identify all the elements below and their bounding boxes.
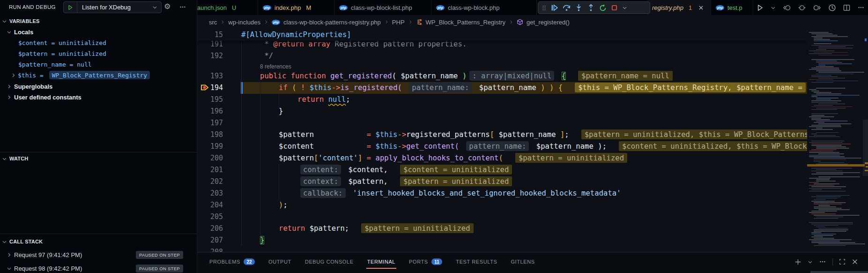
split-editor-icon[interactable] bbox=[843, 4, 850, 11]
more-actions-icon[interactable] bbox=[179, 4, 186, 10]
code-token bbox=[305, 224, 309, 233]
panel-tab-test-results[interactable]: TEST RESULTS bbox=[456, 252, 497, 271]
breakpoint-current-icon[interactable] bbox=[200, 83, 210, 92]
panel-scrollbar[interactable] bbox=[810, 271, 868, 273]
sticky-scroll-line[interactable]: 15#[AllowDynamicProperties] bbox=[197, 29, 807, 41]
panel-tab-problems[interactable]: PROBLEMS22 bbox=[209, 252, 255, 271]
watch-section-header[interactable]: WATCH bbox=[2, 153, 29, 164]
circle-arrow-left-icon[interactable] bbox=[783, 4, 791, 11]
variable-row[interactable]: $pattern_name = null bbox=[18, 59, 92, 70]
chevron-down-icon[interactable] bbox=[808, 259, 813, 265]
debug-start-icon[interactable] bbox=[64, 2, 77, 13]
vscode-window: RUN AND DEBUG Listen for XDebug ⚙ VARIAB… bbox=[0, 0, 868, 273]
debug-restart-icon[interactable] bbox=[599, 4, 607, 12]
editor-tab-class-wp-block-php[interactable]: phpclass-wp-block.php bbox=[431, 0, 537, 15]
variable-name: $this = bbox=[18, 72, 47, 79]
circle-record-icon[interactable] bbox=[798, 4, 806, 11]
code-token bbox=[371, 142, 375, 151]
code-token bbox=[288, 83, 292, 92]
panel-tab-badge: 11 bbox=[431, 258, 443, 265]
code-token: is_registered bbox=[340, 83, 397, 92]
minimap-line bbox=[809, 53, 832, 54]
code-token: * bbox=[260, 40, 273, 48]
debug-step-into-icon[interactable] bbox=[575, 4, 583, 12]
debug-step-over-icon[interactable] bbox=[563, 4, 571, 12]
add-icon[interactable] bbox=[794, 258, 801, 265]
minimap-line bbox=[818, 123, 851, 124]
variable-row[interactable]: $pattern = uninitialized bbox=[18, 48, 106, 59]
sidebar-title: RUN AND DEBUG bbox=[9, 4, 56, 10]
run-icon[interactable] bbox=[757, 4, 764, 11]
inline-debug-value: $pattern = uninitialized bbox=[361, 223, 473, 233]
scrollbar-slider[interactable] bbox=[863, 120, 868, 176]
panel-tab-terminal[interactable]: TERMINAL bbox=[367, 252, 395, 271]
breadcrumb[interactable]: srcwp-includesphpclass-wp-block-patterns… bbox=[197, 15, 868, 29]
circle-arrow-right-icon[interactable] bbox=[813, 4, 821, 11]
variable-row[interactable]: $content = uninitialized bbox=[18, 38, 106, 48]
variable-row[interactable]: $this = WP_Block_Patterns_Registry bbox=[11, 70, 150, 81]
gear-icon[interactable]: ⚙ bbox=[164, 2, 171, 11]
breadcrumb-item[interactable]: WP_Block_Patterns_Registry bbox=[426, 19, 506, 26]
minimap-line bbox=[811, 115, 824, 116]
scope-superglobals[interactable]: Superglobals bbox=[7, 81, 52, 92]
minimap-line bbox=[811, 76, 838, 77]
scope-locals[interactable]: Locals bbox=[7, 27, 33, 38]
active-tab-underline bbox=[366, 268, 396, 269]
line-number: 207 bbox=[197, 235, 223, 246]
code-editor[interactable]: 191 * @return array Registered pattern p… bbox=[197, 29, 868, 252]
chevron-right-icon bbox=[384, 20, 389, 24]
callstack-section-header[interactable]: CALL STACK bbox=[2, 236, 43, 247]
more-actions-icon[interactable] bbox=[819, 258, 826, 265]
chevron-right-icon bbox=[7, 84, 12, 89]
maximize-panel-icon[interactable] bbox=[839, 258, 846, 265]
breadcrumb-item[interactable]: get_registered() bbox=[527, 19, 570, 26]
minimap-line bbox=[816, 98, 838, 99]
variables-section-header[interactable]: VARIABLES bbox=[2, 16, 40, 26]
editor-tab-aunch-json[interactable]: aunch.jsonU bbox=[197, 0, 258, 15]
chevron-down-icon[interactable] bbox=[622, 5, 627, 10]
minimap-line bbox=[811, 144, 851, 144]
editor-tab-class-wp-block-list-php[interactable]: phpclass-wp-block-list.php bbox=[334, 0, 431, 15]
panel-tab-output[interactable]: OUTPUT bbox=[268, 252, 291, 271]
chevron-down-icon[interactable] bbox=[771, 5, 776, 10]
minimap-line bbox=[811, 197, 841, 197]
close-icon[interactable] bbox=[698, 5, 704, 11]
panel-tab-debug-console[interactable]: DEBUG CONSOLE bbox=[305, 252, 354, 271]
tab-dirty-indicator: M bbox=[306, 4, 311, 11]
panel-tab-badge: 22 bbox=[244, 258, 255, 265]
breadcrumb-item[interactable]: wp-includes bbox=[228, 19, 260, 26]
debug-step-out-icon[interactable] bbox=[587, 4, 595, 12]
breadcrumb-item[interactable]: class-wp-block-patterns-registry.php bbox=[283, 19, 381, 26]
debug-config-dropdown[interactable]: Listen for XDebug bbox=[63, 1, 162, 13]
editor-tab-index-php[interactable]: phpindex.phpM bbox=[258, 0, 334, 15]
minimap[interactable] bbox=[807, 29, 865, 252]
callstack-frame[interactable]: Request 98 (9:42:42 PM)PAUSED ON STEP bbox=[7, 263, 190, 273]
history-icon[interactable] bbox=[828, 4, 836, 12]
code-token: $pattern_name bbox=[479, 83, 536, 92]
panel-tab-ports[interactable]: PORTS11 bbox=[409, 252, 442, 271]
chevron-right-icon bbox=[7, 252, 12, 258]
editor-tab-registry-php[interactable]: registry.php1 bbox=[647, 0, 711, 15]
codelens-references[interactable]: 8 references bbox=[260, 63, 291, 70]
debug-stop-icon[interactable] bbox=[611, 4, 618, 11]
breadcrumb-item[interactable]: PHP bbox=[392, 19, 405, 26]
close-icon[interactable] bbox=[852, 258, 858, 265]
chevron-down-icon bbox=[2, 239, 7, 244]
editor-tab-test-p[interactable]: phptest.p bbox=[711, 0, 753, 15]
scope-user-defined-constants[interactable]: User defined constants bbox=[7, 92, 82, 103]
code-token bbox=[554, 83, 558, 92]
callstack-frame[interactable]: Request 97 (9:41:42 PM)PAUSED ON STEP bbox=[7, 250, 190, 260]
minimap-line bbox=[814, 235, 833, 236]
code-token: ; bbox=[346, 95, 350, 104]
breadcrumb-item[interactable]: src bbox=[209, 19, 217, 26]
line-number: 193 bbox=[197, 70, 223, 82]
line-number: 203 bbox=[197, 188, 223, 199]
more-actions-icon[interactable] bbox=[857, 4, 865, 11]
code-token: [ bbox=[314, 154, 318, 162]
panel-tab-gitlens[interactable]: GITLENS bbox=[511, 252, 534, 271]
gripper-icon[interactable] bbox=[542, 4, 546, 12]
debug-continue-icon[interactable] bbox=[550, 4, 558, 12]
minimap-line bbox=[816, 70, 841, 71]
chevron-down-icon[interactable] bbox=[148, 5, 161, 10]
minimap-line bbox=[814, 238, 834, 239]
